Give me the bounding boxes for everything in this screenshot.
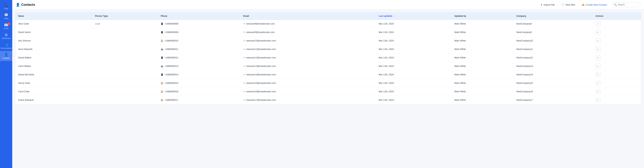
col-last-updated[interactable]: Last updated ↓: [376, 13, 452, 20]
cell-phone: 📱 +1666000014: [158, 71, 240, 79]
email-icon: ✉: [243, 23, 245, 25]
contacts-icon: 👤: [4, 53, 8, 56]
action-button[interactable]: ✓: [596, 81, 601, 85]
import-file-button[interactable]: ⬆ Import File: [539, 2, 556, 7]
action-button[interactable]: ✓: [596, 30, 601, 35]
email-icon: ✉: [243, 90, 245, 93]
cell-last-updated: Mar 11th, 2024: [376, 28, 452, 37]
sidebar-item-contacts[interactable]: 👤 Contacts: [0, 51, 12, 61]
cell-actions: ✓: [592, 62, 641, 71]
cell-updated-by: Mark White: [452, 71, 514, 79]
cell-name: Grace Edwards: [15, 96, 92, 104]
table-row: Alice Edwards 🖨️ +1666000011 ✉ newuser11…: [15, 45, 641, 54]
phone-type-icon: 📱: [161, 73, 163, 76]
phone-type-icon: 📱: [161, 31, 163, 34]
table-row: David McCarthy 📱 +1666000014 ✉ newuser14…: [15, 71, 641, 79]
cell-email: ✉ newuser8@newdomain.com: [240, 20, 376, 28]
table-row: David Walker 📱 +1666000012 ✉ newuser12@n…: [15, 54, 641, 62]
cell-last-updated: Mar 11th, 2024: [376, 62, 452, 71]
action-button[interactable]: ✓: [596, 64, 601, 69]
table-header: Name Person Type Phone Email Last update…: [15, 13, 641, 20]
email-icon: ✉: [243, 73, 245, 76]
phone-number: +1666000017: [164, 99, 178, 101]
cell-email: ✉ newuser17@newdomain.com: [240, 96, 376, 104]
phone-number: +1666000015: [164, 82, 178, 84]
sidebar-label-contacts: Contacts: [2, 57, 10, 59]
cell-person-type: [92, 87, 158, 96]
action-button[interactable]: ✓: [596, 98, 601, 102]
view-files-button[interactable]: 📄 View files: [559, 2, 577, 7]
cell-company: NewCompany13: [514, 62, 592, 71]
sidebar-label-email: Email: [4, 27, 8, 29]
file-icon: 📄: [561, 3, 564, 6]
phone-type-icon: 🏠: [161, 90, 163, 93]
cell-phone: 🖨️ +1666000011: [158, 45, 240, 54]
sidebar-item-dashboard[interactable]: ⊞ Dashboard: [0, 31, 12, 41]
action-button[interactable]: ✓: [596, 22, 601, 26]
sidebar-item-email[interactable]: 2 ✉️ Email: [0, 21, 12, 31]
table-row: Alice Clark Lead 📱 +1666000008 ✉ newuser…: [15, 20, 641, 28]
cell-email: ✉ newuser14@newdomain.com: [240, 71, 376, 79]
cell-phone: 🏠 +1666000017: [158, 96, 240, 104]
email-icon: ✉: [243, 31, 245, 34]
cell-phone: 🏠 +1666000016: [158, 87, 240, 96]
email-icon: ✉: [243, 99, 245, 101]
create-new-contact-button[interactable]: ✍ Create New Contact: [580, 2, 609, 7]
cell-phone: 📱 +1666000012: [158, 54, 240, 62]
col-actions: Actions: [592, 13, 641, 20]
title-area: 👤 Contacts: [16, 3, 536, 7]
cell-company: NewCompany12: [514, 54, 592, 62]
search-input[interactable]: [618, 4, 638, 6]
contacts-table: Name Person Type Phone Email Last update…: [15, 13, 641, 104]
col-person-type: Person Type: [92, 13, 158, 20]
sidebar-label-calls: Calls: [4, 8, 8, 10]
cell-company: NewCompany17: [514, 96, 592, 104]
col-phone: Phone: [158, 13, 240, 20]
phone-type-icon: 🏠: [161, 82, 163, 84]
phone-number: +1666000010: [164, 40, 178, 42]
cell-updated-by: Mark White: [452, 96, 514, 104]
email-address: newuser11@newdomain.com: [246, 48, 276, 51]
table-row: Isla Johnson 🏠 +1666000010 ✉ newuser10@n…: [15, 37, 641, 45]
cell-name: David Walker: [15, 54, 92, 62]
cell-person-type: [92, 37, 158, 45]
action-button[interactable]: ✓: [596, 72, 601, 77]
cell-last-updated: Mar 11th, 2024: [376, 96, 452, 104]
cell-phone: 🖨️ +1666000013: [158, 62, 240, 71]
cell-phone: 📱 +1666000009: [158, 28, 240, 37]
cell-name: David McCarthy: [15, 71, 92, 79]
dashboard-icon: ⊞: [5, 33, 8, 37]
cell-company: NewCompany10: [514, 37, 592, 45]
sidebar-label-dashboard: Dashboard: [2, 37, 11, 39]
cell-phone: 🏠 +1666000010: [158, 37, 240, 45]
cell-name: David Harris: [15, 28, 92, 37]
action-button[interactable]: ✓: [596, 47, 601, 52]
sidebar-item-chats[interactable]: 💬 Chats: [0, 11, 12, 21]
phone-type-icon: 📱: [161, 23, 163, 25]
action-button[interactable]: ✓: [596, 89, 601, 94]
cell-phone: 🏠 +1666000015: [158, 79, 240, 87]
cell-actions: ✓: [592, 96, 641, 104]
sidebar-item-conversations[interactable]: 👥 Conversations: [0, 41, 12, 51]
cell-email: ✉ newuser9@newdomain.com: [240, 28, 376, 37]
sidebar-item-calls[interactable]: 📞 Calls: [0, 2, 12, 11]
email-address: newuser8@newdomain.com: [246, 23, 275, 25]
email-address: newuser15@newdomain.com: [246, 82, 276, 84]
cell-name: Alice Clark: [15, 20, 92, 28]
cell-person-type: [92, 79, 158, 87]
cell-name: Alice Edwards: [15, 45, 92, 54]
sort-icon: ↓: [394, 15, 394, 17]
cell-actions: ✓: [592, 79, 641, 87]
header-actions: ⬆ Import File 📄 View files ✍ Create New …: [539, 2, 640, 7]
cell-person-type: [92, 71, 158, 79]
email-icon: ✉: [243, 65, 245, 67]
email-address: newuser12@newdomain.com: [246, 56, 276, 59]
cell-last-updated: Mar 11th, 2024: [376, 71, 452, 79]
cell-updated-by: Mark White: [452, 87, 514, 96]
calls-icon: 📞: [4, 3, 8, 7]
badge-email: 2: [8, 22, 10, 25]
action-button[interactable]: ✓: [596, 38, 601, 43]
action-button[interactable]: ✓: [596, 55, 601, 60]
cell-person-type: [92, 45, 158, 54]
cell-actions: ✓: [592, 37, 641, 45]
